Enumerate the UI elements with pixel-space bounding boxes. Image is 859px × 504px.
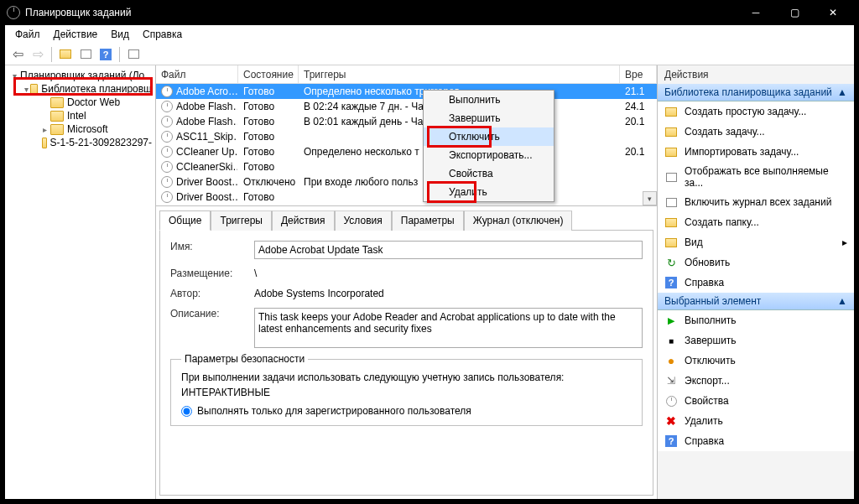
folder-icon <box>50 111 64 122</box>
author-value: Adobe Systems Incorporated <box>254 288 643 299</box>
action-item[interactable]: ✖Удалить <box>658 411 854 431</box>
menubar: Файл Действие Вид Справка <box>5 25 854 44</box>
clock-icon <box>161 176 173 188</box>
ico-folder <box>665 127 677 137</box>
ctx-export[interactable]: Экспортировать... <box>424 146 554 164</box>
radio-label: Выполнять только для зарегистрированного… <box>197 405 471 417</box>
description-textarea[interactable]: This task keeps your Adobe Reader and Ac… <box>254 308 643 348</box>
action-item[interactable]: Создать простую задачу... <box>658 101 854 122</box>
action-item[interactable]: Вид▸ <box>658 232 854 252</box>
menu-help[interactable]: Справка <box>136 27 189 42</box>
tab-actions[interactable]: Действия <box>272 210 335 231</box>
menu-view[interactable]: Вид <box>104 27 136 42</box>
tree-item[interactable]: ▸Microsoft <box>37 122 154 136</box>
action-item[interactable]: Отображать все выполняемые за... <box>658 162 854 192</box>
location-value: \ <box>254 268 643 279</box>
toolbar-btn-4[interactable] <box>124 45 143 64</box>
radio-registered-user[interactable] <box>181 406 192 417</box>
tab-general[interactable]: Общие <box>159 210 211 231</box>
action-item[interactable]: ●Отключить <box>658 351 854 371</box>
table-header: Файл Состояние Триггеры Вре <box>156 65 657 84</box>
detail-pane: Общие Триггеры Действия Условия Параметр… <box>156 206 657 499</box>
table-row[interactable]: ASC11_Skip…Готово <box>156 129 657 144</box>
ico-stop: ■ <box>669 336 674 346</box>
ico-help: ? <box>665 435 677 447</box>
table-row[interactable]: Adobe Acro…ГотовоОпределено несколько тр… <box>156 84 657 99</box>
clock-icon <box>161 131 173 143</box>
folder-icon <box>30 84 39 95</box>
tabs: Общие Триггеры Действия Условия Параметр… <box>159 210 653 231</box>
tab-conditions[interactable]: Условия <box>335 210 392 231</box>
window-title: Планировщик заданий <box>25 7 737 18</box>
toolbar-btn-1[interactable] <box>56 45 75 64</box>
table-row[interactable]: Adobe Flash…ГотовоВ 02:24 каждые 7 дн. -… <box>156 99 657 114</box>
col-file[interactable]: Файл <box>156 65 238 83</box>
maximize-button[interactable]: ▢ <box>775 0 814 25</box>
minimize-button[interactable]: ─ <box>737 0 775 25</box>
action-item[interactable]: Включить журнал всех заданий <box>658 192 854 212</box>
close-button[interactable]: ✕ <box>814 0 852 25</box>
ico-folder <box>665 107 677 117</box>
action-section-library[interactable]: Библиотека планировщика заданий▲ <box>658 84 854 101</box>
action-item[interactable]: ⇲Экспорт... <box>658 371 854 391</box>
name-input[interactable] <box>254 241 643 259</box>
menu-file[interactable]: Файл <box>8 27 47 42</box>
tab-settings[interactable]: Параметры <box>392 210 464 231</box>
action-item[interactable]: Создать папку... <box>658 212 854 232</box>
clock-icon <box>161 116 173 127</box>
table-row[interactable]: Driver Boost…Готово <box>156 190 657 205</box>
folder-icon <box>50 97 64 108</box>
ctx-run[interactable]: Выполнить <box>424 91 554 109</box>
toolbar-btn-3[interactable]: ? <box>96 45 115 64</box>
tree-root[interactable]: ▾Планировщик заданий (Ло <box>7 69 154 82</box>
table-row[interactable]: CCleanerSki…Готово <box>156 159 657 174</box>
action-item[interactable]: ▶Выполнить <box>658 310 854 330</box>
tab-triggers[interactable]: Триггеры <box>211 210 272 231</box>
table-row[interactable]: Adobe Flash…ГотовоВ 02:01 каждый день - … <box>156 114 657 129</box>
ico-help: ? <box>665 277 677 288</box>
scroll-down-icon[interactable]: ▾ <box>643 191 657 205</box>
chevron-up-icon: ▲ <box>837 295 847 307</box>
ctx-properties[interactable]: Свойства <box>424 164 554 183</box>
label-description: Описание: <box>170 308 254 320</box>
ctx-disable[interactable]: Отключить <box>424 127 554 146</box>
col-state[interactable]: Состояние <box>238 65 299 83</box>
ctx-end[interactable]: Завершить <box>424 109 554 127</box>
nav-back-button[interactable]: ⇦ <box>8 45 27 64</box>
chevron-up-icon: ▲ <box>837 86 847 98</box>
col-time[interactable]: Вре <box>620 65 657 83</box>
action-section-selected[interactable]: Выбранный элемент▲ <box>658 293 854 310</box>
clock-icon <box>161 191 173 203</box>
action-item[interactable]: Создать задачу... <box>658 122 854 142</box>
tree-item[interactable]: Doctor Web <box>37 96 154 109</box>
toolbar: ⇦ ⇨ ? <box>5 44 854 65</box>
clock-icon <box>161 86 173 97</box>
label-name: Имя: <box>170 241 254 252</box>
tab-history[interactable]: Журнал (отключен) <box>464 210 573 231</box>
action-item[interactable]: Импортировать задачу... <box>658 142 854 162</box>
tree-item[interactable]: S-1-5-21-3092823297- <box>37 136 154 149</box>
table-row[interactable]: Driver Boost…ОтключеноПри входе любого п… <box>156 174 657 190</box>
ico-refresh: ↻ <box>667 257 676 269</box>
action-item[interactable]: ↻Обновить <box>658 252 854 273</box>
tree-library[interactable]: ▾ Библиотека планировщ <box>22 82 154 96</box>
toolbar-btn-2[interactable] <box>76 45 95 64</box>
ico-export: ⇲ <box>667 375 675 387</box>
folder-icon <box>50 124 64 135</box>
ctx-delete[interactable]: Удалить <box>424 183 554 201</box>
ico-folder <box>665 148 677 157</box>
ico-folder <box>665 218 677 227</box>
action-item[interactable]: ?Справка <box>658 431 854 451</box>
app-icon <box>7 6 20 19</box>
table-row[interactable]: CCleaner Up…ГотовоОпределено несколько т… <box>156 144 657 159</box>
col-triggers[interactable]: Триггеры <box>299 65 620 83</box>
nav-forward-button[interactable]: ⇨ <box>29 45 47 64</box>
tree-item[interactable]: Intel <box>37 109 154 122</box>
action-item[interactable]: ?Справка <box>658 273 854 293</box>
ico-disable: ● <box>668 354 674 367</box>
menu-action[interactable]: Действие <box>47 27 105 42</box>
action-item[interactable]: Свойства <box>658 391 854 411</box>
security-legend: Параметры безопасности <box>181 353 308 365</box>
action-item[interactable]: ■Завершить <box>658 330 854 351</box>
label-location: Размещение: <box>170 268 254 279</box>
